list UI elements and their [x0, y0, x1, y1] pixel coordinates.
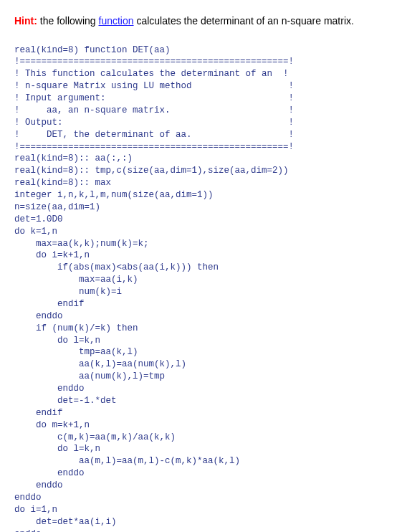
code-block: real(kind=8) function DET(aa) !=========…: [14, 44, 388, 532]
hint-line: Hint: the following function calculates …: [14, 14, 388, 29]
hint-text-before: the following: [37, 15, 99, 27]
hint-text-after: calculates the determinant of an n-squar…: [134, 15, 354, 27]
hint-label: Hint:: [14, 15, 37, 27]
function-link[interactable]: function: [99, 15, 134, 27]
